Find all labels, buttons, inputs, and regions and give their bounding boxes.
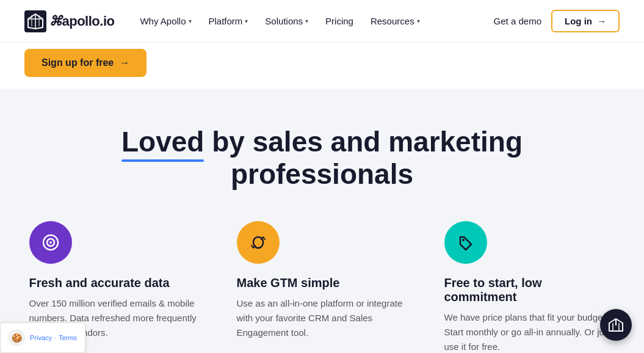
cookie-text: Privacy · Terms [30,334,77,341]
data-icon [29,221,72,264]
feature-desc-2: Use as an all-in-one platform or integra… [237,296,408,340]
logo[interactable]: ⌘apollo.io [24,10,114,32]
pricing-icon [444,221,487,264]
chevron-down-icon: ▾ [305,18,308,24]
fab-button[interactable] [600,309,632,341]
nav-right: Get a demo Log in → [494,10,620,32]
hero-section: Loved by sales and marketing professiona… [0,89,644,353]
signup-bar: Sign up for free → [0,43,644,89]
cookie-logo: 🍪 [8,329,25,346]
features-row: Fresh and accurate data Over 150 million… [24,221,620,353]
feature-pricing: Free to start, low commitment We have pr… [444,221,615,353]
hero-heading: Loved by sales and marketing professiona… [78,126,566,191]
svg-point-4 [462,239,465,241]
logo-text: ⌘apollo.io [49,13,114,29]
gtm-icon [237,221,280,264]
hero-heading-underline: Loved [121,126,204,158]
cookie-links[interactable]: Privacy · Terms [30,334,77,341]
nav-item-pricing[interactable]: Pricing [318,11,361,31]
cookie-consent: 🍪 Privacy · Terms [0,322,85,353]
chevron-down-icon: ▾ [245,18,248,24]
privacy-link[interactable]: Privacy [30,334,52,341]
nav-item-solutions[interactable]: Solutions ▾ [258,11,316,31]
svg-point-3 [49,241,52,244]
nav-links: Why Apollo ▾ Platform ▾ Solutions ▾ Pric… [132,11,493,31]
chevron-down-icon: ▾ [417,18,420,24]
terms-link[interactable]: Terms [59,334,77,341]
feature-title-3: Free to start, low commitment [444,276,615,304]
feature-desc-3: We have price plans that fit your budget… [444,310,615,353]
nav-item-resources[interactable]: Resources ▾ [363,11,427,31]
signup-button[interactable]: Sign up for free → [24,49,147,77]
navbar: ⌘apollo.io Why Apollo ▾ Platform ▾ Solut… [0,0,644,43]
nav-item-platform[interactable]: Platform ▾ [201,11,256,31]
get-demo-link[interactable]: Get a demo [494,16,541,26]
feature-gtm: Make GTM simple Use as an all-in-one pla… [237,221,408,353]
login-button[interactable]: Log in → [551,10,620,32]
feature-title-2: Make GTM simple [237,276,340,290]
feature-title-1: Fresh and accurate data [29,276,170,290]
chevron-down-icon: ▾ [189,18,192,24]
nav-item-why-apollo[interactable]: Why Apollo ▾ [132,11,198,31]
